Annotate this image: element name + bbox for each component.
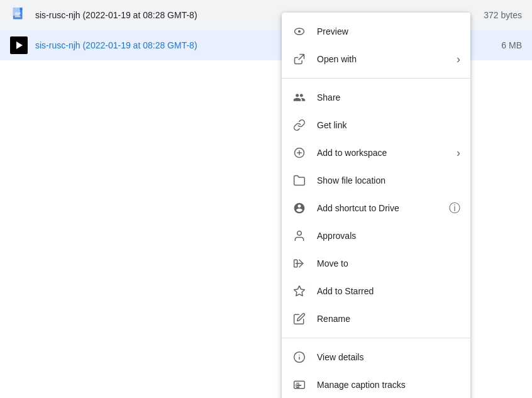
divider-2 xyxy=(282,338,470,338)
add-workspace-label: Add to workspace xyxy=(317,148,457,158)
shortcut-icon xyxy=(292,201,307,216)
move-icon xyxy=(292,256,307,271)
folder-icon xyxy=(292,173,307,188)
menu-item-manage-captions[interactable]: CC Manage caption tracks xyxy=(282,371,470,398)
rename-label: Rename xyxy=(317,314,460,324)
open-with-label: Open with xyxy=(317,54,457,64)
share-icon xyxy=(292,90,307,105)
svg-point-11 xyxy=(297,231,302,236)
link-icon xyxy=(292,118,307,133)
svg-marker-13 xyxy=(294,286,305,296)
captions-icon: CC xyxy=(292,377,307,392)
get-link-label: Get link xyxy=(317,120,460,130)
arrow-right-icon: › xyxy=(457,53,460,66)
file-size-selected: 6 MB xyxy=(472,40,522,50)
eye-icon xyxy=(292,24,307,39)
menu-item-approvals[interactable]: Approvals xyxy=(282,222,470,250)
approvals-icon xyxy=(292,228,307,243)
menu-item-show-location[interactable]: Show file location xyxy=(282,167,470,194)
menu-item-view-details[interactable]: View details xyxy=(282,343,470,371)
context-menu: Preview Open with › Share Get lin xyxy=(282,13,470,398)
menu-item-preview[interactable]: Preview xyxy=(282,18,470,45)
share-label: Share xyxy=(317,92,460,102)
rename-icon xyxy=(292,311,307,326)
svg-rect-1 xyxy=(13,8,20,16)
menu-item-starred[interactable]: Add to Starred xyxy=(282,277,470,305)
divider-1 xyxy=(282,78,470,79)
menu-item-get-link[interactable]: Get link xyxy=(282,111,470,139)
svg-point-7 xyxy=(298,30,301,33)
menu-item-rename[interactable]: Rename xyxy=(282,305,470,333)
help-circle-icon: ⓘ xyxy=(449,201,460,216)
approvals-label: Approvals xyxy=(317,231,460,241)
svg-rect-3 xyxy=(15,13,21,13)
svg-rect-4 xyxy=(15,14,19,15)
show-location-label: Show file location xyxy=(317,175,460,185)
menu-item-share[interactable]: Share xyxy=(282,84,470,111)
add-shortcut-label: Add shortcut to Drive xyxy=(317,203,444,213)
open-with-icon xyxy=(292,52,307,67)
starred-label: Add to Starred xyxy=(317,286,460,296)
file-type-icon-video xyxy=(10,36,28,54)
file-size: 372 bytes xyxy=(472,10,522,20)
move-to-label: Move to xyxy=(317,258,460,268)
info-icon xyxy=(292,350,307,365)
menu-item-add-workspace[interactable]: Add to workspace › xyxy=(282,139,470,167)
view-details-label: View details xyxy=(317,352,460,362)
arrow-right-icon-2: › xyxy=(457,146,460,160)
menu-item-add-shortcut[interactable]: Add shortcut to Drive ⓘ xyxy=(282,194,470,222)
file-type-icon xyxy=(10,6,28,24)
star-icon xyxy=(292,284,307,299)
menu-item-move-to[interactable]: Move to xyxy=(282,250,470,277)
preview-label: Preview xyxy=(317,26,460,36)
manage-captions-label: Manage caption tracks xyxy=(317,380,460,390)
menu-item-open-with[interactable]: Open with › xyxy=(282,45,470,73)
svg-text:CC: CC xyxy=(295,384,300,387)
svg-rect-5 xyxy=(15,16,21,16)
add-icon xyxy=(292,145,307,160)
